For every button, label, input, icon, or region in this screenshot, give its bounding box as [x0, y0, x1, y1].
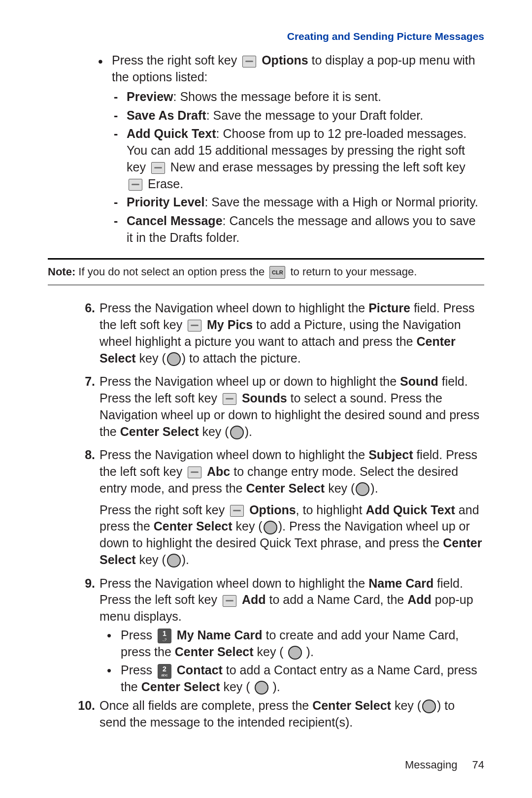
softkey-icon: [188, 320, 201, 332]
step-9-my-name-card: Press 1.,? My Name Card to create and ad…: [48, 627, 484, 661]
option-preview: Preview: Shows the message before it is …: [48, 89, 484, 105]
step-9: 9. Press the Navigation wheel down to hi…: [48, 575, 484, 625]
softkey-icon: [188, 466, 201, 478]
center-select-icon: [264, 521, 277, 534]
softkey-icon: [223, 595, 236, 607]
clr-key-icon: CLR: [269, 266, 285, 279]
option-save-draft: Save As Draft: Save the message to your …: [48, 107, 484, 124]
softkey-icon: [223, 393, 236, 405]
key-1-icon: 1.,?: [158, 629, 171, 643]
note-box: Note: If you do not select an option pre…: [48, 258, 484, 286]
manual-page: Creating and Sending Picture Messages Pr…: [0, 0, 532, 798]
center-select-icon: [230, 426, 244, 439]
softkey-icon: [242, 56, 256, 67]
step-8: 8. Press the Navigation wheel down to hi…: [48, 447, 484, 568]
step-10: 10. Once all fields are complete, press …: [48, 698, 484, 731]
key-2-icon: 2abc: [158, 664, 171, 679]
note-label: Note:: [48, 266, 75, 278]
center-select-icon: [167, 352, 181, 366]
footer-page-number: 74: [472, 759, 484, 771]
step-9-contact: Press 2abc Contact to add a Contact entr…: [48, 662, 484, 696]
center-select-icon: [255, 681, 268, 695]
center-select-icon: [288, 646, 302, 660]
header-topic: Creating and Sending Picture Messages: [48, 30, 484, 43]
options-label: Options: [262, 53, 308, 67]
steps-list-2: 10. Once all fields are complete, press …: [48, 698, 484, 731]
center-select-icon: [356, 482, 369, 496]
option-cancel: Cancel Message: Cancels the message and …: [48, 213, 484, 246]
softkey-icon: [129, 179, 142, 191]
softkey-icon: [151, 162, 165, 174]
page-footer: Messaging 74: [405, 758, 484, 772]
center-select-icon: [422, 699, 436, 713]
footer-section: Messaging: [405, 759, 457, 771]
option-add-quick-text: Add Quick Text: Choose from up to 12 pre…: [48, 126, 484, 192]
softkey-icon: [230, 505, 244, 517]
step-9-sub: Press 1.,? My Name Card to create and ad…: [48, 627, 484, 696]
center-select-icon: [167, 554, 181, 567]
option-priority: Priority Level: Save the message with a …: [48, 194, 484, 211]
steps-list: 6. Press the Navigation wheel down to hi…: [48, 300, 484, 625]
options-intro: Press the right soft key Options to disp…: [48, 52, 484, 86]
step-7: 7. Press the Navigation wheel up or down…: [48, 373, 484, 440]
step-6: 6. Press the Navigation wheel down to hi…: [48, 300, 484, 366]
step-8-extra: Press the right soft key Options, to hig…: [100, 502, 484, 568]
options-sublist: Preview: Shows the message before it is …: [48, 89, 484, 246]
options-intro-list: Press the right soft key Options to disp…: [48, 52, 484, 86]
